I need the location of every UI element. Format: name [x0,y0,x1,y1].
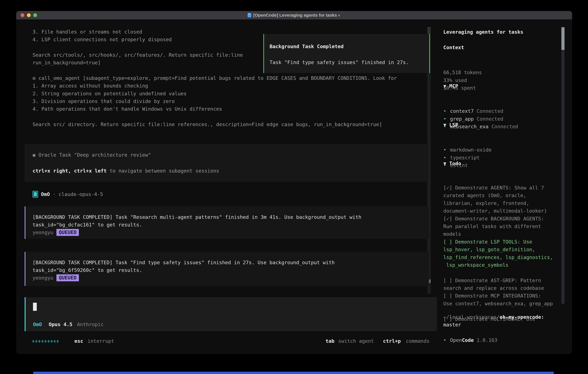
agent-checkbox-icon [32,191,38,197]
background-task-toast[interactable]: Background Task Completed Task "Find typ… [263,34,430,73]
workspace-branch: master [443,322,461,328]
background-window-edge [33,372,554,374]
todo-line: [ ] Demonstrate MCP INTEGRATIONS: [443,293,553,301]
status-bar: esc interrupt tab switch agent ctrl+p co… [32,338,436,344]
task-message-line2: task_id="bg_dcfac161" to get results. [32,222,142,228]
spinner-dot [36,340,37,343]
status-dot-icon: • [443,116,446,122]
terminal-window: [OpenCode] Leveraging agents for tasks ◐… [16,11,572,354]
model-row: OmO Opus 4.5 Anthropic [33,322,104,327]
context-heading: Context [443,44,464,50]
prompt-input[interactable]: OmO Opus 4.5 Anthropic [25,297,437,331]
spinner-dot [57,340,58,343]
close-button[interactable] [21,13,24,17]
todo-section-header[interactable]: ▼ Todo [443,161,461,166]
shortcut-description: to navigate between subagent sessions [107,168,219,174]
spinner-dot [39,340,40,343]
background-task-message: [BACKGROUND TASK COMPLETED] Task "Resear… [25,206,429,239]
terminal-line: 3. Division operations that could divide… [32,98,430,106]
esc-key-hint: esc [74,338,83,344]
agent-header: OmO · claude-opus-4-5 [32,191,103,198]
status-dot-icon: • [443,108,446,114]
todo-line: document-writer, multimodal-looker) [443,208,553,216]
spinner-dot [42,340,43,343]
task-message-line1: [BACKGROUND TASK COMPLETED] Task "Resear… [32,214,361,220]
text-cursor [33,303,37,311]
spinner-dot [51,340,52,343]
working-spinner-icon [32,340,58,343]
agent-model: claude-opus-4-5 [59,191,103,197]
todo-line: lsp_workspace_symbols [443,262,553,270]
todo-line: Run parallel tasks with different [443,223,553,231]
task-message-meta: yeongyu QUEUED [32,229,79,236]
provider-label: Anthropic [77,322,104,327]
status-dot-icon: • [443,337,446,343]
spinner-dot [54,340,55,343]
todo-line: [✓] Demonstrate AGENTS: Show all 7 [443,185,553,193]
todo-line: search and replace across codebase [443,285,553,293]
ctrlp-key-label: commands [406,338,430,344]
queued-badge: QUEUED [56,229,79,236]
task-message-line2: task_id="bg_6f59260c" to get results. [32,267,142,273]
spinner-dot [32,340,34,343]
window-titlebar[interactable]: [OpenCode] Leveraging agents for tasks ◐ [16,11,572,19]
oracle-task-box[interactable]: ◉ Oracle Task "Deep architecture review"… [25,144,428,182]
todo-line: Use context7, websearch_exa, grep_app [443,301,553,308]
mcp-section-header[interactable]: ▼ MCP [443,83,458,89]
terminal-line: ⚙ call_omo_agent [subagent_type=explore,… [32,75,430,83]
sidebar-scrollbar-thumb[interactable] [561,27,565,50]
maximize-button[interactable] [33,13,37,17]
task-message-line1: [BACKGROUND TASK COMPLETED] Task "Find t… [32,260,335,265]
active-model-label: Opus 4.5 [49,322,72,327]
ctrlp-key-hint: ctrl+p [383,338,401,344]
esc-key-label: interrupt [87,338,114,344]
oracle-task-title: ◉ Oracle Task "Deep architecture review" [32,152,151,158]
version-line: •OpenCode1.0.163 [443,337,497,343]
tab-key-hint: tab [326,338,334,344]
shortcut-keys: ctrl+x right, ctrl+x left [32,168,107,174]
agent-name: OmO [41,191,50,197]
task-message-meta: yeongyu QUEUED [32,274,79,281]
workspace-path: ~/local-workspaces/oh-my-opencode: [443,314,544,320]
minimize-button[interactable] [27,13,31,17]
active-agent-label: OmO [33,322,42,327]
todo-line: curated agents (OmO, oracle, [443,193,553,200]
status-dot-icon: • [443,155,446,161]
chevron-down-icon: ▼ [443,83,446,89]
terminal-line: Search src/ directory. Return specific f… [32,122,430,129]
toast-title: Background Task Completed [270,43,344,49]
chevron-down-icon: ▼ [443,122,446,128]
terminal-line [32,114,430,122]
window-title-group: [OpenCode] Leveraging agents for tasks ◐ [248,13,341,18]
todo-line: [✓] Demonstrate BACKGROUND AGENTS: [443,216,553,223]
background-task-message: [BACKGROUND TASK COMPLETED] Task "Find t… [25,252,429,286]
toast-body: Task "Find type safety issues" finished … [270,59,409,65]
separator-dot: · [53,191,56,197]
todo-list: [✓] Demonstrate AGENTS: Show all 7curate… [443,167,553,324]
terminal-line: 1. Array access without bounds checking [32,83,430,91]
task-user: yeongyu [32,229,53,235]
lsp-item: •markdown-oxide [443,147,492,155]
todo-line: [ ] Demonstrate AST-GREP: Pattern [443,278,553,285]
main-scrollbar-segment[interactable] [427,27,431,34]
terminal-line: 4. Path operations that don't handle Win… [32,106,430,114]
sidebar-scrollbar-track[interactable] [561,27,565,304]
todo-line: lsp_hover, lsp_goto_definition, [443,247,553,254]
todo-line: [ ] Demonstrate LSP TOOLS: Use [443,239,553,247]
session-title: Leveraging agents for tasks [443,29,523,35]
spinner-dot [48,340,49,343]
todo-line: librarian, explore, frontend, [443,200,553,208]
status-dot-icon: • [443,147,446,153]
chevron-down-icon: ▼ [443,161,446,166]
task-user: yeongyu [32,275,53,281]
tab-key-label: switch agent [338,338,374,344]
window-title: [OpenCode] Leveraging agents for tasks ◐ [253,13,341,18]
context-stat-line: 66,518 tokens [443,70,482,77]
document-icon [248,13,251,17]
oracle-task-hint: ctrl+x right, ctrl+x left to navigate be… [32,168,219,174]
spinner-dot [45,340,46,343]
terminal-line: 2. String operations on potentially unde… [32,91,430,98]
mcp-item: •context7Connected [443,108,518,116]
todo-line: lsp_find_references, lsp_diagnostics, [443,254,553,262]
lsp-section-header[interactable]: ▼ LSP [443,122,458,128]
